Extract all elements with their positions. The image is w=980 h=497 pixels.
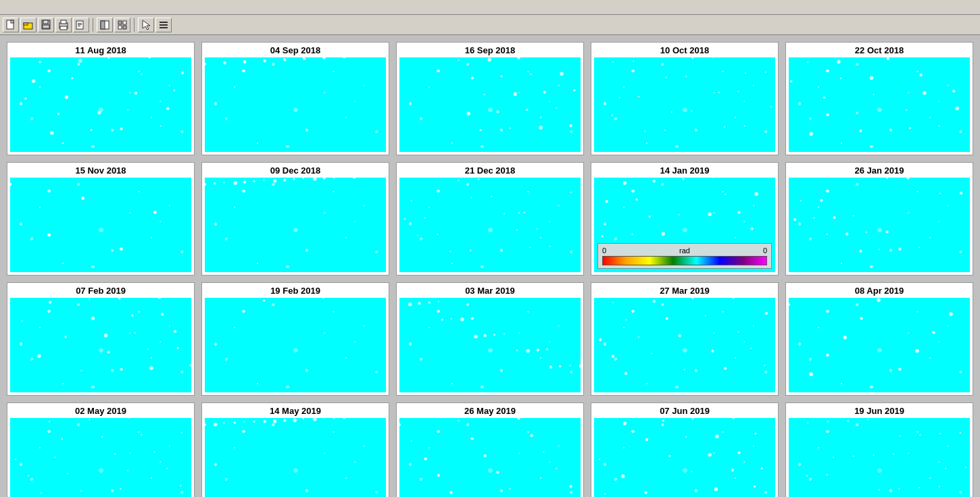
svg-rect-21	[160, 22, 168, 23]
print-icon	[58, 20, 69, 30]
image-cell-oct10[interactable]: 10 Oct 2018	[591, 42, 779, 155]
sat-image-oct10	[594, 57, 775, 152]
print-preview-icon	[76, 20, 87, 30]
date-label-may14: 14 May 2019	[205, 406, 386, 416]
sat-image-jun07	[594, 418, 775, 497]
save-button[interactable]	[38, 18, 54, 32]
image-cell-mar27[interactable]: 27 Mar 2019	[591, 282, 779, 396]
svg-rect-5	[43, 20, 48, 24]
date-label-sep04: 04 Sep 2018	[205, 45, 386, 55]
menu-view[interactable]	[24, 6, 35, 9]
thumbnail-nov15	[10, 178, 191, 272]
date-label-sep16: 16 Sep 2018	[399, 45, 581, 55]
open-button[interactable]	[20, 18, 36, 32]
date-label-may02: 02 May 2019	[10, 406, 191, 416]
toggle2-icon	[117, 20, 128, 30]
save-icon	[41, 20, 51, 30]
date-label-feb19: 19 Feb 2019	[205, 286, 386, 296]
date-label-apr08: 08 Apr 2019	[789, 286, 970, 296]
sat-image-aug11	[10, 57, 191, 152]
sat-image-dec09	[205, 178, 386, 272]
date-label-dec09: 09 Dec 2018	[205, 165, 386, 176]
menu-help[interactable]	[78, 6, 89, 9]
new-button[interactable]	[3, 18, 19, 32]
sat-image-feb19	[205, 298, 386, 392]
menu-desktop[interactable]	[57, 6, 68, 9]
cursor-icon	[141, 20, 151, 30]
image-cell-dec09[interactable]: 09 Dec 2018	[201, 162, 389, 276]
svg-rect-1	[11, 20, 14, 23]
svg-marker-20	[143, 20, 150, 30]
svg-rect-18	[118, 26, 122, 29]
image-cell-may26[interactable]: 26 May 2019	[396, 402, 584, 497]
thumbnail-jun19	[789, 418, 970, 497]
menu-window[interactable]	[68, 6, 78, 9]
image-cell-jan14[interactable]: 14 Jan 20190rad0	[591, 162, 779, 276]
legend-min-label: 0	[602, 246, 606, 255]
thumbnail-jan14: 0rad0	[594, 178, 775, 272]
svg-rect-3	[24, 23, 28, 25]
image-cell-feb07[interactable]: 07 Feb 2019	[7, 282, 195, 396]
color-legend: 0rad0	[597, 243, 772, 269]
sat-image-mar27	[594, 298, 775, 392]
thumbnail-jun07	[594, 418, 775, 497]
menu-insert[interactable]	[35, 6, 46, 9]
svg-rect-13	[78, 26, 80, 26]
legend-colorbar	[602, 256, 767, 265]
image-grid: 11 Aug 201804 Sep 201816 Sep 201810 Oct …	[7, 42, 973, 497]
image-cell-sep04[interactable]: 04 Sep 2018	[201, 42, 389, 155]
image-cell-may14[interactable]: 14 May 2019	[201, 402, 389, 497]
list-button[interactable]	[155, 18, 172, 32]
sat-image-mar03	[399, 298, 581, 392]
svg-rect-12	[78, 24, 82, 25]
date-label-oct22: 22 Oct 2018	[789, 45, 970, 55]
new-icon	[5, 20, 16, 30]
menu-edit[interactable]	[14, 6, 24, 9]
thumbnail-oct22	[789, 57, 970, 152]
thumbnail-sep04	[205, 57, 386, 152]
date-label-mar27: 27 Mar 2019	[594, 286, 775, 296]
image-cell-jan26[interactable]: 26 Jan 2019	[785, 162, 973, 276]
date-label-jan14: 14 Jan 2019	[594, 165, 775, 176]
image-cell-nov15[interactable]: 15 Nov 2018	[7, 162, 195, 276]
sat-image-jan26	[789, 178, 970, 272]
print2-button[interactable]	[73, 18, 89, 32]
svg-rect-8	[61, 20, 66, 24]
print-button[interactable]	[55, 18, 72, 32]
sat-image-dec21	[399, 178, 581, 272]
image-cell-aug11[interactable]: 11 Aug 2018	[7, 42, 195, 155]
image-cell-feb19[interactable]: 19 Feb 2019	[201, 282, 389, 396]
date-label-feb07: 07 Feb 2019	[10, 286, 191, 296]
image-cell-oct22[interactable]: 22 Oct 2018	[785, 42, 973, 155]
svg-rect-19	[123, 26, 126, 29]
date-label-jun07: 07 Jun 2019	[594, 406, 775, 416]
image-cell-sep16[interactable]: 16 Sep 2018	[396, 42, 584, 155]
image-cell-jun19[interactable]: 19 Jun 2019	[785, 402, 973, 497]
toolbar-separator-1	[93, 18, 93, 32]
image-cell-may02[interactable]: 02 May 2019	[7, 402, 195, 497]
thumbnail-apr08	[789, 298, 970, 392]
sat-image-may26	[399, 418, 581, 497]
thumbnail-dec09	[205, 178, 386, 272]
date-label-jan26: 26 Jan 2019	[789, 165, 970, 176]
sat-image-apr08	[789, 298, 970, 392]
image-cell-dec21[interactable]: 21 Dec 2018	[396, 162, 584, 276]
cursor-button[interactable]	[138, 18, 154, 32]
svg-rect-22	[160, 24, 168, 26]
menu-file[interactable]	[3, 6, 14, 9]
toggle1-button[interactable]	[97, 18, 113, 32]
image-cell-apr08[interactable]: 08 Apr 2019	[785, 282, 973, 396]
image-cell-jun07[interactable]: 07 Jun 2019	[591, 402, 779, 497]
open-icon	[23, 20, 34, 30]
sat-image-feb07	[10, 298, 191, 392]
menu-tools[interactable]	[46, 6, 57, 9]
thumbnail-mar03	[399, 298, 581, 392]
legend-max-label: 0	[763, 246, 767, 255]
svg-rect-15	[101, 21, 105, 29]
image-cell-mar03[interactable]: 03 Mar 2019	[396, 282, 584, 396]
thumbnail-oct10	[594, 57, 775, 152]
date-label-dec21: 21 Dec 2018	[399, 165, 581, 176]
toggle2-button[interactable]	[114, 18, 130, 32]
thumbnail-dec21	[399, 178, 581, 272]
thumbnail-aug11	[10, 57, 191, 152]
